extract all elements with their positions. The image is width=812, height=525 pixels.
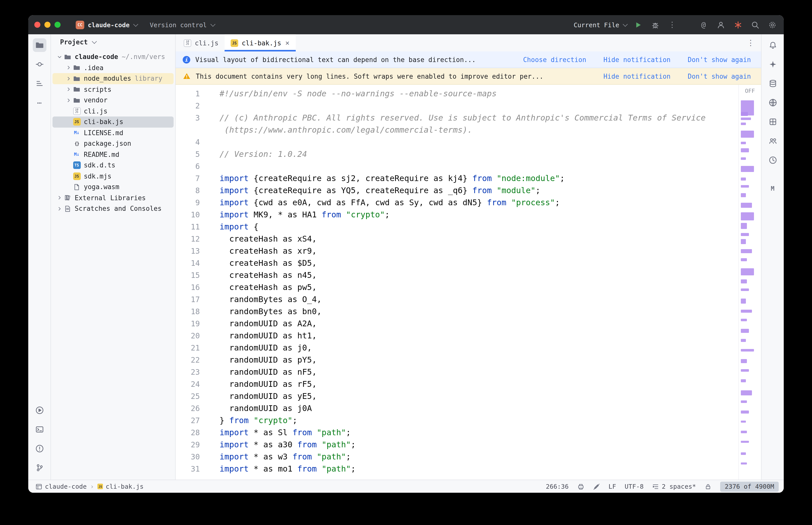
code-line-11[interactable]: 11import { (176, 221, 738, 233)
search-icon[interactable] (750, 19, 761, 30)
notifications-icon[interactable] (766, 38, 780, 52)
ai-assistant-icon[interactable] (766, 58, 780, 71)
code-line-14[interactable]: 14 createHash as $D5, (176, 257, 738, 269)
lock-icon[interactable] (705, 483, 712, 490)
code-line-12[interactable]: 12 createHash as xS4, (176, 233, 738, 245)
code-line-10[interactable]: 10import MK9, * as HA1 from "crypto"; (176, 209, 738, 221)
tree-item-yoga-wasm[interactable]: yoga.wasm (53, 182, 174, 192)
banner-action-don-t-show-again[interactable]: Don't show again (688, 72, 751, 80)
chevron-right-icon[interactable] (55, 195, 63, 201)
banner-action-choose-direction[interactable]: Choose direction (523, 56, 586, 63)
debug-button[interactable] (650, 19, 661, 30)
code-line-5[interactable]: 5// Version: 1.0.24 (176, 148, 738, 160)
banner-action-hide-notification[interactable]: Hide notification (603, 56, 670, 63)
editor-scroll-stripe[interactable]: OFF (738, 85, 761, 480)
profiler-icon[interactable] (766, 153, 780, 167)
chevron-right-icon[interactable] (64, 76, 73, 82)
code-line-23[interactable]: 23 randomUUID as nF5, (176, 366, 738, 378)
printer-icon[interactable] (577, 483, 584, 490)
tree-item-scripts[interactable]: scripts (53, 84, 174, 95)
chevron-right-icon[interactable] (55, 206, 63, 212)
tree-item-sdk-d-ts[interactable]: TSsdk.d.ts (53, 160, 174, 171)
chevron-down-icon[interactable] (55, 54, 63, 60)
code-line-1[interactable]: 1#!/usr/bin/env -S node --no-warnings --… (176, 88, 738, 100)
code-line-13[interactable]: 13 createHash as xr9, (176, 245, 738, 257)
project-widget[interactable]: CC claude-code (76, 20, 137, 29)
banner-action-don-t-show-again[interactable]: Don't show again (688, 56, 751, 63)
project-panel-header[interactable]: Project (51, 34, 175, 49)
caret-position[interactable]: 266:36 (546, 483, 569, 490)
code-line-27[interactable]: 27} from "crypto"; (176, 415, 738, 427)
code-with-me-icon[interactable] (766, 134, 780, 148)
tree-item-sdk-mjs[interactable]: JSsdk.mjs (53, 171, 174, 182)
line-separator[interactable]: LF (608, 483, 616, 490)
settings-gear-icon[interactable] (767, 19, 778, 30)
structure-icon[interactable] (32, 77, 46, 90)
project-folder-icon[interactable] (32, 38, 46, 52)
tree-item-cli-bak-js[interactable]: JScli-bak.js (53, 117, 174, 127)
close-tab-icon[interactable]: × (285, 39, 290, 47)
code-line-30[interactable]: 30import * as w3 from "path"; (176, 451, 738, 463)
tree-item-node-modules[interactable]: node_moduleslibrary (53, 73, 174, 84)
code-line-24[interactable]: 24 randomUUID as rF5, (176, 378, 738, 390)
editor[interactable]: 1#!/usr/bin/env -S node --no-warnings --… (176, 85, 761, 480)
code-line-20[interactable]: 20 randomUUID as ht1, (176, 330, 738, 342)
chevron-right-icon[interactable] (64, 97, 73, 103)
run-icon[interactable] (32, 403, 46, 417)
code-line-9[interactable]: 9import {cwd as e0A, cwd as FfA, cwd as … (176, 197, 738, 209)
more-windows-icon[interactable]: ⋯ (32, 96, 46, 109)
problems-icon[interactable] (32, 442, 46, 455)
code-line-25[interactable]: 25 randomUUID as yE5, (176, 390, 738, 403)
code-line-15[interactable]: 15 createHash as n45, (176, 269, 738, 281)
mentions-icon[interactable]: @ (698, 19, 709, 30)
code-line-18[interactable]: 18 randomBytes as bn0, (176, 305, 738, 318)
code-line-4[interactable]: 4 (176, 136, 738, 148)
code-line-wrap[interactable]: (https://www.anthropic.com/legal/commerc… (176, 124, 738, 136)
code-line-2[interactable]: 2 (176, 100, 738, 112)
vcs-widget[interactable]: Version control (150, 21, 214, 29)
tree-item-license-md[interactable]: M↓LICENSE.md (53, 127, 174, 138)
tree-item-package-json[interactable]: {}package.json (53, 138, 174, 149)
tree-item-cli-js[interactable]: 10JScli.js (53, 106, 174, 117)
asterisk-icon[interactable] (732, 19, 743, 30)
database-icon[interactable] (766, 77, 780, 90)
code-line-26[interactable]: 26 randomUUID as j0A (176, 403, 738, 415)
breadcrumb-cli-bak-js[interactable]: JScli-bak.js (98, 483, 144, 490)
code-line-19[interactable]: 19 randomUUID as A2A, (176, 318, 738, 330)
run-configuration-selector[interactable]: Current File (574, 21, 626, 29)
more-actions-icon[interactable]: ⋮ (667, 19, 678, 30)
web-icon[interactable] (766, 96, 780, 109)
commit-icon[interactable] (32, 58, 46, 71)
code-line-22[interactable]: 22 randomUUID as pY5, (176, 354, 738, 366)
code-line-3[interactable]: 3// (c) Anthropic PBC. All rights reserv… (176, 112, 738, 124)
breadcrumb-claude-code[interactable]: claude-code (35, 483, 87, 490)
code-line-21[interactable]: 21 randomUUID as j0, (176, 342, 738, 354)
terminal-icon[interactable] (32, 423, 46, 436)
plugins-icon[interactable] (766, 115, 780, 129)
tab-options-icon[interactable]: ⋮ (740, 38, 761, 47)
code-line-31[interactable]: 31import * as mo1 from "path"; (176, 463, 738, 475)
code-line-6[interactable]: 6 (176, 160, 738, 172)
editor-code[interactable]: 1#!/usr/bin/env -S node --no-warnings --… (176, 85, 738, 480)
user-icon[interactable] (715, 19, 726, 30)
tab-cli-js[interactable]: 10JScli.js (178, 34, 225, 51)
tree-item-scratches-and-consoles[interactable]: Scratches and Consoles (53, 203, 174, 214)
version-control-icon[interactable] (32, 461, 46, 475)
tree-item--idea[interactable]: .idea (53, 62, 174, 73)
pen-slash-icon[interactable] (593, 483, 600, 490)
minimize-window-button[interactable] (44, 22, 50, 28)
maven-icon[interactable]: M (766, 182, 780, 195)
indent-info[interactable]: 2 spaces* (652, 483, 696, 490)
banner-action-hide-notification[interactable]: Hide notification (603, 72, 670, 80)
code-line-8[interactable]: 8import {createRequire as YQ5, createReq… (176, 184, 738, 197)
code-line-16[interactable]: 16 createHash as pw5, (176, 281, 738, 294)
code-line-29[interactable]: 29import * as a30 from "path"; (176, 439, 738, 451)
file-encoding[interactable]: UTF-8 (625, 483, 644, 490)
chevron-right-icon[interactable] (64, 87, 73, 92)
zoom-window-button[interactable] (55, 22, 61, 28)
tree-item-external-libraries[interactable]: External Libraries (53, 192, 174, 203)
tree-item-vendor[interactable]: vendor (53, 95, 174, 106)
close-window-button[interactable] (34, 22, 40, 28)
tree-item-claude-code[interactable]: claude-code~/.nvm/vers (53, 51, 174, 62)
code-line-7[interactable]: 7import {createRequire as sj2, createReq… (176, 172, 738, 184)
